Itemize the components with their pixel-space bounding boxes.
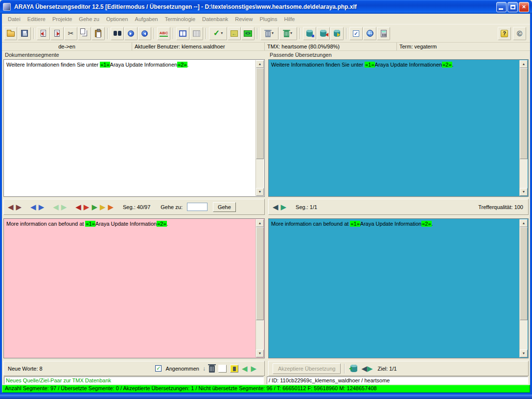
match-target-next-arrow[interactable]: ▶ [367, 365, 373, 372]
db-export-button[interactable] [330, 27, 344, 40]
scrollbar[interactable]: ▲ ▼ [519, 219, 528, 357]
goto-button[interactable]: Gehe [213, 202, 236, 212]
prev-alt-segment-arrow[interactable]: ◀ [8, 203, 14, 211]
scroll-up-button[interactable]: ▲ [520, 60, 528, 68]
goto-input[interactable] [187, 203, 208, 211]
scrollbar[interactable]: ▲ ▼ [255, 60, 264, 196]
chevron-down-icon[interactable]: ▾ [221, 31, 223, 35]
database-fetch-icon[interactable] [350, 365, 357, 372]
next-fuzzy-arrow[interactable]: ▶ [100, 203, 106, 211]
split-view-button[interactable] [176, 27, 189, 40]
target-prev-arrow[interactable]: ◀ [242, 365, 248, 372]
inline-tag-1: «1» [350, 221, 360, 227]
save-button[interactable] [18, 27, 31, 40]
scroll-down-button[interactable]: ▼ [256, 350, 264, 357]
trash-icon [265, 31, 271, 37]
web-lookup-button[interactable] [363, 27, 376, 40]
scroll-up-button[interactable]: ▲ [256, 60, 264, 68]
menu-review[interactable]: Review [231, 15, 256, 23]
clear-button[interactable] [218, 365, 227, 373]
help-button[interactable]: ? [498, 27, 511, 40]
find-next-button[interactable] [124, 27, 138, 40]
term-info: Term: vegaterm [397, 43, 530, 50]
scroll-thumb[interactable] [520, 68, 528, 159]
delete-segment-button[interactable]: ▾ [260, 27, 278, 40]
inline-tag-1: «1» [100, 62, 110, 68]
scroll-track[interactable] [520, 68, 528, 188]
db-delete-button[interactable] [317, 27, 330, 40]
chevron-down-icon[interactable]: ▾ [290, 31, 292, 35]
scroll-down-button[interactable]: ▼ [256, 188, 264, 196]
target-editor[interactable]: More information can befound at «1»Araya… [3, 218, 265, 358]
statistics-button[interactable] [377, 27, 390, 40]
scroll-thumb[interactable] [256, 227, 264, 320]
restore-button[interactable] [230, 365, 238, 373]
prev-marked-arrow[interactable]: ◀ [53, 203, 59, 211]
menu-aufgaben[interactable]: Aufgaben [132, 15, 162, 23]
minimize-button[interactable] [496, 2, 507, 12]
goto-target-button[interactable] [50, 27, 64, 40]
scroll-thumb[interactable] [256, 68, 264, 159]
menu-datenbank[interactable]: Datenbank [199, 15, 231, 23]
next-marked-arrow[interactable]: ▶ [61, 203, 67, 211]
close-button[interactable]: × [519, 2, 529, 12]
cut-button[interactable]: ✂ [64, 27, 77, 40]
menu-plugins[interactable]: Plugins [256, 15, 280, 23]
match-target-prev-arrow[interactable]: ◀ [361, 365, 367, 372]
prev-segment-arrow[interactable]: ◀ [30, 203, 36, 211]
find-prev-icon [141, 30, 148, 37]
match-source-pane[interactable]: Weitere Informationen finden Sie unter «… [268, 59, 529, 197]
db-store-button[interactable] [303, 27, 316, 40]
menu-terminologie[interactable]: Terminologie [162, 15, 199, 23]
accept-translation-button[interactable]: Akzeptiere Übersetzung [273, 363, 341, 374]
scroll-track[interactable] [520, 227, 528, 350]
scroll-thumb[interactable] [520, 227, 528, 320]
scroll-up-button[interactable]: ▲ [256, 219, 264, 227]
match-target-pane[interactable]: More information can befound at «1»Araya… [268, 218, 529, 358]
scroll-track[interactable] [256, 68, 264, 188]
menu-gehe-zu[interactable]: Gehe zu [75, 15, 103, 23]
match-prev-arrow[interactable]: ◀ [273, 203, 278, 211]
menu-optionen[interactable]: Optionen [103, 15, 132, 23]
confirm-translation-button[interactable]: ✓▾ [209, 27, 227, 40]
open-file-button[interactable] [4, 27, 17, 40]
copy-icon [80, 28, 85, 34]
find-prev-button[interactable] [138, 27, 151, 40]
goto-source-button[interactable] [37, 27, 50, 40]
accepted-checkbox[interactable]: ✓ [155, 365, 162, 372]
next-untranslated-arrow[interactable]: ▶ [84, 203, 90, 211]
spellcheck-button[interactable]: ABC [157, 27, 170, 40]
copy-button[interactable] [78, 27, 91, 40]
next-reviewed-arrow[interactable]: ▶ [108, 203, 114, 211]
match-next-arrow[interactable]: ▶ [281, 203, 287, 211]
show-tags-button[interactable]: <> [241, 27, 254, 40]
menu-datei[interactable]: Datei [4, 15, 24, 23]
target-next-arrow[interactable]: ▶ [251, 365, 256, 372]
first-untranslated-arrow[interactable]: ◀ [75, 203, 81, 211]
scrollbar[interactable]: ▲ ▼ [519, 60, 528, 196]
menu-projekte[interactable]: Projekte [49, 15, 75, 23]
delete-translation-button[interactable]: ▾ [279, 27, 297, 40]
clear-target-trash-icon[interactable] [209, 365, 215, 373]
source-editor[interactable]: Weitere Informationen finden Sie unter «… [3, 59, 265, 197]
chevron-down-icon[interactable]: ▾ [272, 31, 274, 35]
scroll-down-button[interactable]: ▼ [520, 188, 528, 196]
validate-button[interactable]: ✓ [349, 27, 363, 40]
maximize-button[interactable] [508, 2, 518, 12]
next-translated-arrow[interactable]: ▶ [92, 203, 97, 211]
revert-segment-button[interactable]: ← [228, 27, 241, 40]
about-button[interactable]: © [513, 27, 526, 40]
paste-button[interactable] [92, 27, 105, 40]
scroll-up-button[interactable]: ▲ [520, 219, 528, 227]
next-segment-arrow[interactable]: ▶ [39, 203, 45, 211]
move-down-icon[interactable]: ↓ [203, 365, 206, 372]
title-bar[interactable]: ARAYA Übersetzungseditor 12.5 [Editiermo… [0, 0, 532, 14]
menu-editiere[interactable]: Editiere [24, 15, 49, 23]
next-alt-segment-arrow[interactable]: ▶ [16, 203, 22, 211]
scrollbar[interactable]: ▲ ▼ [255, 219, 264, 357]
menu-hilfe[interactable]: Hilfe [280, 15, 298, 23]
find-button[interactable] [111, 27, 124, 40]
grid-view-button[interactable] [190, 27, 203, 40]
scroll-down-button[interactable]: ▼ [520, 350, 528, 357]
scroll-track[interactable] [256, 227, 264, 350]
